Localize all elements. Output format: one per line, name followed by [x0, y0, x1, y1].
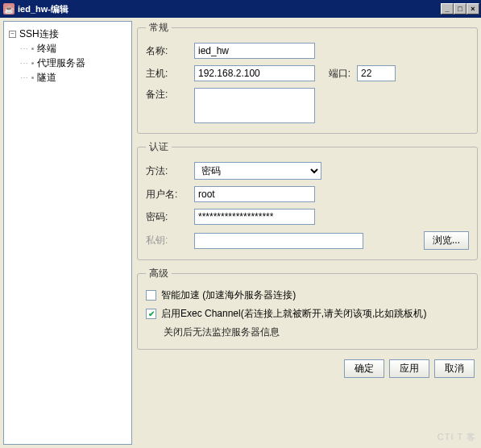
host-input[interactable] [194, 65, 315, 81]
group-auth-legend: 认证 [146, 140, 172, 154]
exec-channel-label: 启用Exec Channel(若连接上就被断开,请关闭该项,比如跳板机) [161, 307, 426, 321]
tree-node-icon [31, 48, 34, 50]
group-advanced-legend: 高级 [146, 267, 172, 280]
tree-item-proxy[interactable]: ⋯ 代理服务器 [9, 56, 126, 70]
tree-item-label: 终端 [37, 42, 56, 56]
tree: − SSH连接 ⋯ 终端 ⋯ 代理服务器 ⋯ 隧道 [9, 27, 126, 85]
apply-button[interactable]: 应用 [389, 359, 429, 378]
tree-item-tunnel[interactable]: ⋯ 隧道 [9, 70, 126, 85]
ok-button[interactable]: 确定 [344, 359, 384, 378]
tree-branch-icon: ⋯ [20, 73, 28, 82]
host-label: 主机: [146, 67, 188, 81]
smart-accel-label: 智能加速 (加速海外服务器连接) [161, 288, 296, 302]
password-input[interactable] [194, 209, 315, 225]
tree-item-label: 隧道 [37, 71, 56, 85]
port-input[interactable] [357, 65, 396, 81]
content-area: − SSH连接 ⋯ 终端 ⋯ 代理服务器 ⋯ 隧道 常规 [0, 18, 481, 448]
privatekey-input[interactable] [194, 233, 363, 249]
username-label: 用户名: [146, 188, 188, 201]
tree-item-terminal[interactable]: ⋯ 终端 [9, 41, 126, 56]
tree-root-label: SSH连接 [19, 27, 59, 41]
method-select[interactable]: 密码 [194, 162, 321, 180]
group-advanced: 高级 智能加速 (加速海外服务器连接) 启用Exec Channel(若连接上就… [137, 267, 478, 350]
window-buttons: _ □ × [441, 3, 479, 15]
tree-branch-icon: ⋯ [20, 59, 28, 68]
tree-node-icon [31, 62, 34, 64]
privatekey-label: 私钥: [146, 234, 188, 247]
method-label: 方法: [146, 164, 188, 178]
sidebar: − SSH连接 ⋯ 终端 ⋯ 代理服务器 ⋯ 隧道 [3, 21, 132, 445]
collapse-icon[interactable]: − [9, 31, 16, 38]
tree-node-icon [31, 77, 34, 79]
name-label: 名称: [146, 44, 188, 58]
close-button[interactable]: × [466, 3, 479, 15]
cancel-button[interactable]: 取消 [434, 359, 475, 378]
smart-accel-row[interactable]: 智能加速 (加速海外服务器连接) [146, 288, 469, 302]
group-auth: 认证 方法: 密码 用户名: 密码: 私钥: 浏览... [137, 140, 478, 260]
tree-root-item[interactable]: − SSH连接 [9, 27, 126, 41]
group-general: 常规 名称: 主机: 端口: 备注: [137, 21, 478, 134]
title-bar: ☕ ied_hw-编辑 _ □ × [0, 0, 481, 18]
username-input[interactable] [194, 186, 315, 202]
group-general-legend: 常规 [146, 21, 172, 35]
tree-branch-icon: ⋯ [20, 44, 28, 53]
exec-channel-row[interactable]: 启用Exec Channel(若连接上就被断开,请关闭该项,比如跳板机) [146, 307, 469, 321]
remark-textarea[interactable] [194, 88, 315, 123]
exec-channel-note: 关闭后无法监控服务器信息 [146, 326, 469, 339]
port-label: 端口: [321, 67, 350, 81]
remark-label: 备注: [146, 88, 188, 102]
window-title: ied_hw-编辑 [18, 3, 441, 15]
java-icon: ☕ [3, 3, 15, 15]
main-panel: 常规 名称: 主机: 端口: 备注: 认证 方法: 密码 [137, 21, 478, 445]
smart-accel-checkbox[interactable] [146, 290, 156, 301]
exec-channel-checkbox[interactable] [146, 309, 156, 319]
maximize-button[interactable]: □ [454, 3, 466, 15]
password-label: 密码: [146, 210, 188, 224]
name-input[interactable] [194, 43, 315, 59]
tree-item-label: 代理服务器 [37, 56, 85, 70]
dialog-footer: 确定 应用 取消 [137, 356, 478, 378]
browse-button[interactable]: 浏览... [424, 231, 469, 250]
minimize-button[interactable]: _ [441, 3, 454, 15]
